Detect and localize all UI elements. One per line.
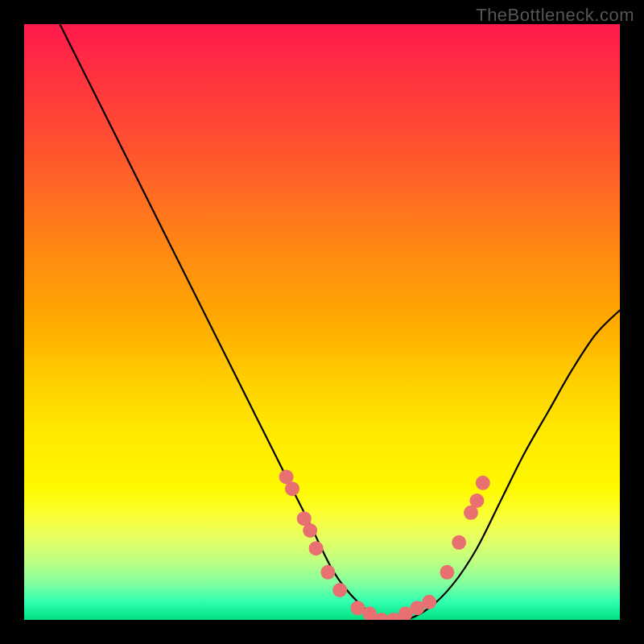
highlight-dot: [452, 535, 466, 550]
chart-svg: [24, 24, 620, 620]
highlight-dot: [476, 476, 490, 490]
highlight-dot: [469, 493, 484, 508]
highlight-dot: [309, 541, 324, 555]
highlight-dot: [320, 565, 335, 580]
bottleneck-curve-line: [60, 24, 620, 620]
highlight-dot: [303, 523, 317, 538]
highlight-dot: [332, 583, 347, 597]
chart-plot-area: [24, 24, 620, 620]
highlight-dot: [422, 595, 436, 609]
curve-path-group: [60, 24, 620, 620]
highlight-dot: [285, 481, 299, 496]
watermark-text: TheBottleneck.com: [476, 5, 634, 26]
highlight-dot: [440, 565, 454, 580]
highlight-markers: [279, 469, 490, 620]
